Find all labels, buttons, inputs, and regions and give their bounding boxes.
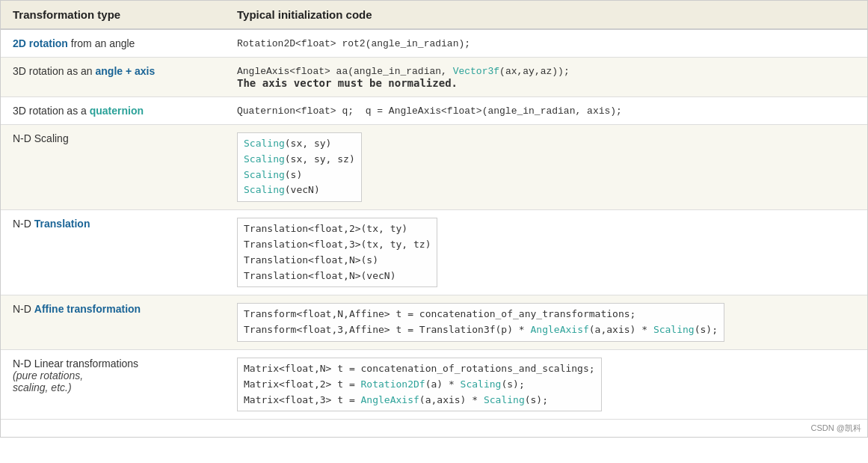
type-plain: 3D rotation as a <box>13 105 90 117</box>
code-line: Matrix<float,3> t = AngleAxisf(a,axis) *… <box>244 393 595 408</box>
row-3d-quaternion-type: 3D rotation as a quaternion <box>1 97 225 125</box>
header-col1: Transformation type <box>1 1 225 29</box>
type-highlight: Affine transformation <box>34 303 141 315</box>
axis-note: The axis vector must be normalized. <box>237 77 458 89</box>
row-nd-affine-code: Transform<float,N,Affine> t = concatenat… <box>225 295 867 350</box>
type-plain: from an angle <box>68 37 135 49</box>
header-col2: Typical initialization code <box>225 1 867 29</box>
translation-code-box: Translation<float,2>(tx, ty) Translation… <box>237 218 437 287</box>
type-highlight: Translation <box>34 218 90 230</box>
type-plain: N-D Scaling <box>13 132 69 144</box>
row-nd-scaling-type: N-D Scaling <box>1 125 225 210</box>
row-3d-quaternion-code: Quaternion<float> q; q = AngleAxis<float… <box>225 97 867 125</box>
row-3d-angle-axis-type: 3D rotation as an angle + axis <box>1 58 225 97</box>
code-line: Translation<float,2>(tx, ty) <box>244 221 431 237</box>
linear-code-box: Matrix<float,N> t = concatenation_of_rot… <box>237 358 602 411</box>
type-highlight: angle + axis <box>96 65 156 77</box>
scaling-code-box: Scaling(sx, sy) Scaling(sx, sy, sz) Scal… <box>237 132 362 202</box>
row-3d-angle-axis-code: AngleAxis<float> aa(angle_in_radian, Vec… <box>225 58 867 97</box>
row-nd-translation-code: Translation<float,2>(tx, ty) Translation… <box>225 210 867 295</box>
row-2d-rotation: 2D rotation from an angleRotation2D<floa… <box>1 29 867 58</box>
code-line: Scaling(sx, sy, sz) <box>244 152 355 168</box>
type-highlight: quaternion <box>90 105 144 117</box>
row-nd-translation: N-D Translation Translation<float,2>(tx,… <box>1 210 867 295</box>
row-2d-rotation-type: 2D rotation from an angle <box>1 29 225 58</box>
row-2d-rotation-code: Rotation2D<float> rot2(angle_in_radian); <box>225 29 867 58</box>
table-header: Transformation type Typical initializati… <box>1 1 867 29</box>
code-line: Transform<float,3,Affine> t = Translatio… <box>244 322 718 338</box>
code-line: Matrix<float,2> t = Rotation2Df(a) * Sca… <box>244 377 595 393</box>
row-3d-angle-axis: 3D rotation as an angle + axisAngleAxis<… <box>1 58 867 97</box>
code-line: Translation<float,N>(vecN) <box>244 269 431 284</box>
row-nd-linear: N-D Linear transformations(pure rotation… <box>1 349 867 419</box>
code-text: AngleAxis<float> aa(angle_in_radian, Vec… <box>237 66 570 77</box>
row-nd-linear-type: N-D Linear transformations(pure rotation… <box>1 349 225 419</box>
code-line: Scaling(s) <box>244 168 355 183</box>
type-highlight: 2D rotation <box>13 37 68 49</box>
row-nd-linear-code: Matrix<float,N> t = concatenation_of_rot… <box>225 349 867 419</box>
code-line: Translation<float,3>(tx, ty, tz) <box>244 237 431 253</box>
type-text: N-D Linear transformations(pure rotation… <box>13 358 138 393</box>
code-text: Rotation2D<float> rot2(angle_in_radian); <box>237 38 470 49</box>
type-plain: N-D <box>13 218 34 230</box>
row-nd-scaling: N-D Scaling Scaling(sx, sy) Scaling(sx, … <box>1 125 867 210</box>
row-3d-quaternion: 3D rotation as a quaternionQuaternion<fl… <box>1 97 867 125</box>
code-line: Scaling(vecN) <box>244 183 355 198</box>
type-plain: 3D rotation as an <box>13 65 96 77</box>
code-line: Translation<float,N>(s) <box>244 253 431 269</box>
type-plain: N-D <box>13 303 34 315</box>
row-nd-translation-type: N-D Translation <box>1 210 225 295</box>
code-line: Matrix<float,N> t = concatenation_of_rot… <box>244 361 595 377</box>
code-line: Scaling(sx, sy) <box>244 136 355 152</box>
code-line: Transform<float,N,Affine> t = concatenat… <box>244 307 718 322</box>
row-nd-affine-type: N-D Affine transformation <box>1 295 225 350</box>
row-nd-scaling-code: Scaling(sx, sy) Scaling(sx, sy, sz) Scal… <box>225 125 867 210</box>
watermark: CSDN @凯科 <box>1 420 867 437</box>
row-nd-affine: N-D Affine transformation Transform<floa… <box>1 295 867 350</box>
code-text: Quaternion<float> q; q = AngleAxis<float… <box>237 105 622 117</box>
affine-code-box: Transform<float,N,Affine> t = concatenat… <box>237 303 724 342</box>
